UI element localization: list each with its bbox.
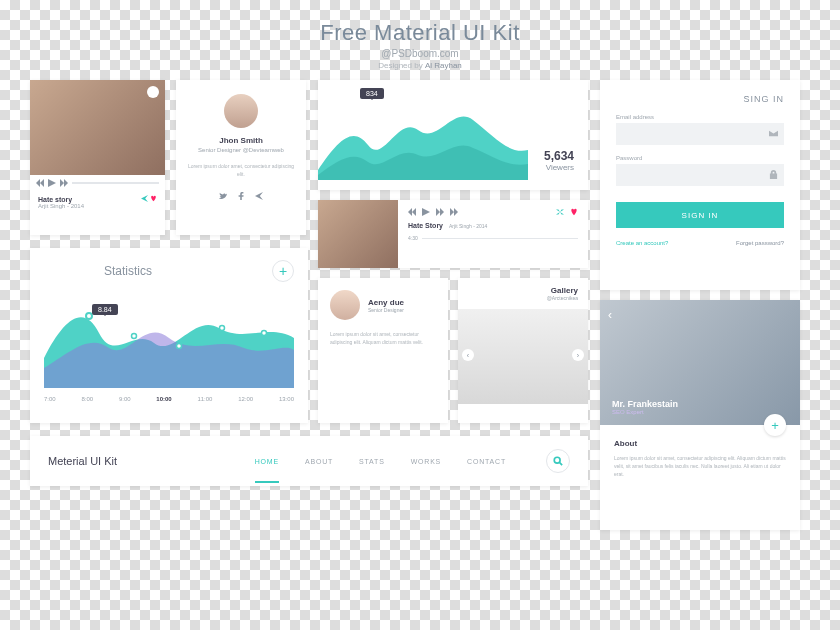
shuffle-icon[interactable] [556, 208, 564, 216]
chart-tooltip: 834 [360, 88, 384, 99]
lock-icon [769, 170, 778, 179]
share-icon[interactable] [141, 195, 148, 202]
viewers-summary: 5,634 Viewers [544, 149, 574, 172]
profile-bio: Lorem ipsum dolor amet, consectetur adip… [184, 163, 298, 178]
track-title: Hate story [38, 196, 72, 203]
expert-bio: Lorem ipsum dolor sit amet, consectetur … [614, 454, 786, 478]
create-account-link[interactable]: Create an account? [616, 240, 668, 246]
player-controls [408, 208, 578, 216]
track-row: Hate story [30, 191, 165, 203]
album-art [318, 200, 398, 268]
stats-heading: Statistics [104, 264, 152, 278]
xaxis-tick: 9:00 [119, 396, 131, 402]
gallery-subtitle: @Arctecnikea [468, 295, 578, 301]
search-icon [553, 456, 563, 466]
viewers-area-chart [318, 100, 528, 180]
play-icon[interactable] [422, 208, 430, 216]
back-button[interactable]: ‹ [608, 308, 612, 322]
page-credit: Designed by Al Rayhan [0, 61, 840, 70]
profile-role: Senior Designer @Devteamweb [184, 147, 298, 153]
next-icon[interactable] [436, 208, 444, 216]
stats-area-chart [44, 288, 294, 388]
forgot-password-link[interactable]: Forget password? [736, 240, 784, 246]
track-time: 4:30 [408, 235, 418, 241]
progress-bar[interactable] [72, 182, 159, 184]
track-artist: Arjit Singh - 2014 [30, 203, 165, 213]
social-row [184, 192, 298, 200]
fast-forward-icon[interactable] [450, 208, 458, 216]
expert-photo: ‹ Mr. Frankestain SEO Expert + [600, 300, 800, 425]
profile-role: Senior Designer [368, 307, 404, 313]
progress-bar[interactable] [422, 238, 578, 239]
share-icon[interactable] [255, 192, 263, 200]
track-artist: Arjit Singh - 2014 [449, 223, 487, 229]
music-player-wide: Hate Story Arjit Singh - 2014 4:30 [318, 200, 588, 268]
chart-tooltip: 8.84 [92, 304, 118, 315]
signin-links: Create an account? Forget password? [616, 240, 784, 246]
profile-bio: Lorem ipsum dolor sit amet, consectetur … [330, 330, 436, 346]
profile-name: Aeny due [368, 298, 404, 307]
xaxis-tick: 11:00 [197, 396, 212, 402]
mail-icon [769, 129, 778, 138]
svg-point-1 [132, 334, 137, 339]
viewers-count: 5,634 [544, 149, 574, 163]
avatar [224, 94, 258, 128]
profile-name: Jhon Smith [184, 136, 298, 145]
svg-point-2 [177, 344, 182, 349]
xaxis-tick: 13:00 [279, 396, 294, 402]
track-progress: 4:30 [408, 235, 578, 241]
prev-icon[interactable] [36, 179, 44, 187]
password-field[interactable] [616, 164, 784, 186]
nav-item-stats[interactable]: STATS [359, 458, 385, 465]
prev-icon[interactable] [408, 208, 416, 216]
xaxis-tick: 7:00 [44, 396, 56, 402]
credit-name: Al Rayhan [425, 61, 462, 70]
heart-icon[interactable] [150, 195, 157, 202]
viewers-label: Viewers [544, 163, 574, 172]
play-icon[interactable] [48, 179, 56, 187]
signin-heading: SING IN [616, 94, 784, 104]
next-button[interactable]: › [572, 349, 584, 361]
player-controls [30, 175, 165, 191]
twitter-icon[interactable] [219, 192, 227, 200]
track-title-row: Hate Story Arjit Singh - 2014 [408, 222, 578, 229]
track-title: Hate Story [408, 222, 443, 229]
nav-item-works[interactable]: WORKS [411, 458, 441, 465]
next-icon[interactable] [60, 179, 68, 187]
expert-card: ‹ Mr. Frankestain SEO Expert + About Lor… [600, 300, 800, 530]
brand-title: Meterial UI Kit [48, 455, 117, 467]
gallery-card: Gallery @Arctecnikea ‹ › [458, 278, 588, 423]
heart-icon[interactable] [570, 208, 578, 216]
search-button[interactable] [546, 449, 570, 473]
add-button[interactable]: + [764, 414, 786, 436]
nav-items: HOME ABOUT STATS WORKS CONTACT [255, 458, 506, 465]
page-header: Free Material UI Kit @PSDboom.com Design… [0, 0, 840, 80]
email-label: Email address [616, 114, 784, 120]
gallery-title: Gallery [468, 286, 578, 295]
music-player-card: Hate story Arjit Singh - 2014 [30, 80, 165, 235]
page-title: Free Material UI Kit [0, 20, 840, 46]
nav-item-contact[interactable]: CONTACT [467, 458, 506, 465]
signin-button[interactable]: SIGN IN [616, 202, 784, 228]
badge-dot [147, 86, 159, 98]
expert-role: SEO Expert [612, 409, 678, 415]
signin-card: SING IN Email address Password SIGN IN C… [600, 80, 800, 290]
facebook-icon[interactable] [237, 192, 245, 200]
xaxis-tick: 8:00 [81, 396, 93, 402]
svg-point-5 [554, 457, 560, 463]
add-button[interactable]: + [272, 260, 294, 282]
svg-line-6 [560, 463, 563, 466]
prev-button[interactable]: ‹ [462, 349, 474, 361]
album-art [30, 80, 165, 175]
page-subtitle: @PSDboom.com [0, 48, 840, 59]
nav-item-home[interactable]: HOME [255, 458, 279, 465]
xaxis-tick: 10:00 [156, 396, 171, 402]
email-field[interactable] [616, 123, 784, 145]
password-label: Password [616, 155, 784, 161]
svg-point-4 [262, 331, 267, 336]
profile-card-horizontal: Aeny due Senior Designer Lorem ipsum dol… [318, 278, 448, 423]
gallery-image: ‹ › [458, 309, 588, 404]
statistics-card: Statistics + 8.84 7:00 8:00 9:00 10:00 1… [30, 248, 308, 423]
track-actions [141, 195, 157, 203]
nav-item-about[interactable]: ABOUT [305, 458, 333, 465]
